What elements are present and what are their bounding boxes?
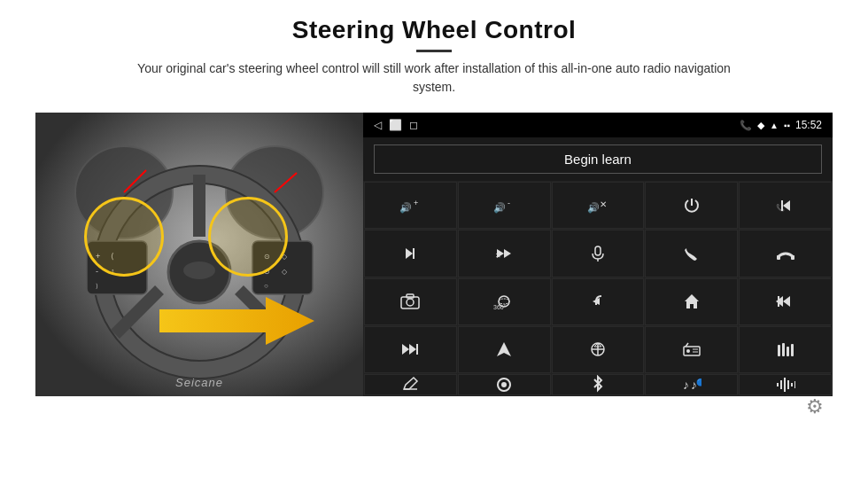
begin-learn-button[interactable]: Begin learn — [374, 144, 822, 174]
svg-point-64 — [686, 349, 690, 353]
watermark-text: Seicane — [175, 376, 223, 389]
svg-text:⟩: ⟩ — [96, 283, 98, 289]
svg-rect-34 — [413, 248, 415, 259]
hangup-button[interactable] — [739, 230, 832, 277]
begin-learn-row: Begin learn — [363, 137, 833, 181]
svg-text:✕: ✕ — [600, 199, 607, 209]
svg-marker-55 — [402, 344, 409, 355]
svg-rect-81 — [787, 380, 789, 389]
svg-point-73 — [501, 382, 507, 387]
svg-point-11 — [183, 262, 215, 279]
subtitle-text: Your original car's steering wheel contr… — [124, 59, 744, 97]
svg-marker-57 — [497, 342, 511, 356]
status-bar-right: 📞 ◆ ▲ ▪▪ 15:52 — [740, 119, 822, 131]
svg-rect-79 — [780, 380, 782, 389]
camera-button[interactable] — [364, 278, 457, 325]
home-button[interactable] — [645, 278, 738, 325]
vol-down-button[interactable]: 🔊- — [458, 182, 551, 229]
svg-rect-39 — [595, 246, 601, 255]
wifi-icon: ◆ — [757, 120, 764, 131]
battery-icon: ▪▪ — [784, 121, 790, 130]
svg-marker-35 — [406, 248, 413, 259]
svg-text:🔊: 🔊 — [493, 201, 506, 214]
music-button[interactable]: ♪ ♪ 🔵 — [645, 374, 738, 395]
network-icon: ▲ — [770, 121, 779, 130]
signal-icon: 📞 — [740, 120, 752, 131]
svg-rect-82 — [791, 383, 793, 386]
svg-rect-33 — [781, 200, 783, 211]
settings-gear-icon[interactable]: ⚙ — [806, 395, 824, 418]
title-divider — [416, 50, 452, 52]
svg-text:-: - — [96, 267, 98, 276]
power-button[interactable] — [645, 182, 738, 229]
status-bar: ◁ ⬜ ◻ 📞 ◆ ▲ ▪▪ 15:52 — [363, 113, 833, 137]
steering-wheel-image: + ⟨ - ↑ ⟩ ⊙ ◇ ⊙ ◇ ○ — [35, 113, 363, 396]
svg-text:◇: ◇ — [282, 268, 288, 276]
page-bottom: ⚙ — [35, 396, 833, 414]
page-title: Steering Wheel Control — [124, 16, 744, 44]
svg-text:🔊: 🔊 — [587, 201, 600, 214]
prev-button[interactable]: 📞 — [739, 182, 832, 229]
nav-home-icon[interactable]: ⬜ — [389, 119, 402, 131]
phone-button[interactable] — [645, 230, 738, 277]
clock-display: 15:52 — [795, 119, 822, 131]
rewind-button[interactable] — [739, 278, 832, 325]
svg-marker-52 — [783, 296, 790, 307]
svg-point-44 — [407, 299, 414, 306]
svg-text:360°: 360° — [493, 304, 507, 310]
edit-button[interactable] — [364, 374, 457, 395]
bluetooth-button[interactable] — [552, 374, 645, 395]
sound-wave-button[interactable] — [739, 374, 832, 395]
svg-rect-62 — [684, 347, 700, 355]
navigation-button[interactable] — [458, 326, 551, 373]
svg-marker-50 — [685, 294, 699, 308]
svg-marker-38 — [504, 249, 511, 258]
radio-button[interactable] — [645, 326, 738, 373]
content-area: + ⟨ - ↑ ⟩ ⊙ ◇ ⊙ ◇ ○ — [35, 113, 833, 396]
svg-rect-83 — [794, 381, 795, 388]
nav-recent-icon[interactable]: ◻ — [409, 119, 418, 131]
mute-button[interactable]: 🔊✕ — [552, 182, 645, 229]
fast-fwd-button[interactable]: ✕ — [458, 230, 551, 277]
svg-rect-54 — [416, 344, 418, 355]
controls-grid: 🔊+ 🔊- 🔊✕ 📞 — [363, 181, 833, 396]
svg-rect-69 — [787, 347, 789, 356]
back-button[interactable] — [552, 278, 645, 325]
svg-rect-68 — [782, 343, 785, 356]
svg-rect-80 — [784, 378, 786, 392]
mic-button[interactable] — [552, 230, 645, 277]
switch-button[interactable] — [552, 326, 645, 373]
vol-up-button[interactable]: 🔊+ — [364, 182, 457, 229]
svg-text:+: + — [414, 199, 418, 207]
svg-rect-78 — [777, 383, 779, 386]
power2-button[interactable] — [458, 374, 551, 395]
svg-marker-24 — [159, 297, 314, 345]
equalizer-button[interactable] — [739, 326, 832, 373]
left-circle-highlight — [84, 197, 164, 277]
svg-text:♪: ♪ — [683, 378, 689, 392]
next-button[interactable] — [364, 230, 457, 277]
svg-text:🔊: 🔊 — [399, 201, 412, 214]
svg-rect-70 — [791, 344, 794, 356]
svg-rect-67 — [778, 345, 780, 356]
svg-rect-45 — [407, 294, 414, 298]
svg-text:○: ○ — [264, 282, 268, 290]
skip-button[interactable] — [364, 326, 457, 373]
360-view-button[interactable]: 360° — [458, 278, 551, 325]
android-panel: ◁ ⬜ ◻ 📞 ◆ ▲ ▪▪ 15:52 Begin learn — [363, 113, 833, 396]
right-circle-highlight — [208, 197, 288, 277]
svg-rect-42 — [791, 255, 794, 260]
svg-marker-56 — [409, 344, 416, 355]
svg-text:📞: 📞 — [776, 203, 785, 212]
status-bar-left: ◁ ⬜ ◻ — [374, 119, 418, 131]
svg-text:-: - — [508, 199, 510, 207]
nav-back-icon[interactable]: ◁ — [374, 119, 382, 131]
svg-rect-41 — [777, 255, 780, 260]
svg-text:🔵: 🔵 — [696, 378, 701, 386]
